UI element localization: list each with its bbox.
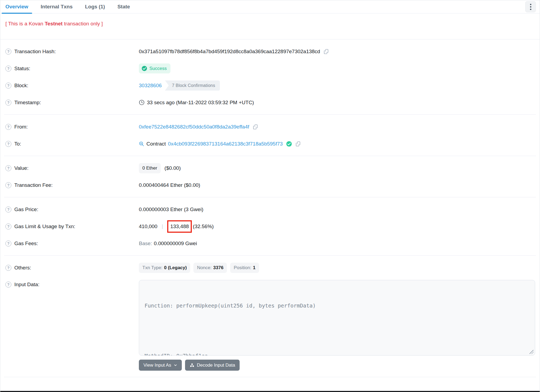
transaction-details-page: Overview Internal Txns Logs (1) State [ …: [0, 0, 540, 392]
row-gas-limit-usage: ? Gas Limit & Usage by Txn: 410,000 | 13…: [4, 218, 536, 235]
row-others: ? Others: Txn Type:0 (Legacy) Nonce:3376…: [4, 259, 536, 276]
group-overview-top: ? Transaction Hash: 0x371a51097fb78df856…: [4, 39, 536, 115]
ether-value-badge: 0 Ether: [139, 163, 161, 173]
copy-to-address-icon[interactable]: [295, 141, 301, 147]
from-address-link[interactable]: 0xfee7522e8482682cf50ddc50a0f8da2a39effa…: [139, 124, 249, 130]
help-icon[interactable]: ?: [5, 124, 11, 130]
row-block: ? Block: 30328606 7 Block Confirmations: [4, 77, 536, 94]
base-fee-label: Base:: [139, 241, 152, 246]
transaction-fee-label: ? Transaction Fee:: [5, 182, 139, 188]
textarea-resize-handle[interactable]: [529, 350, 534, 354]
transaction-hash-label: ? Transaction Hash:: [5, 49, 139, 55]
to-address-link[interactable]: 0x4cb093f226983713164a62138c3f718a5b595f…: [168, 141, 283, 147]
label-text: Gas Price:: [14, 207, 38, 212]
gas-price-label: ? Gas Price:: [5, 207, 139, 212]
copy-from-address-icon[interactable]: [253, 124, 259, 130]
help-icon[interactable]: ?: [5, 83, 11, 89]
decode-input-data-button[interactable]: Decode Input Data: [185, 360, 240, 371]
tab-logs[interactable]: Logs (1): [81, 0, 109, 13]
label-text: Value:: [14, 165, 28, 171]
block-label: ? Block:: [5, 83, 139, 89]
view-input-as-label: View Input As: [143, 363, 171, 368]
label-text: Input Data:: [14, 282, 39, 288]
notice-text-pre: [ This is a Kovan: [5, 21, 45, 26]
help-icon[interactable]: ?: [5, 66, 11, 72]
help-icon[interactable]: ?: [5, 182, 11, 188]
label-text: Transaction Fee:: [14, 182, 53, 188]
window-bottom-edge: [0, 391, 540, 392]
group-addresses: ? From: 0xfee7522e8482682cf50ddc50a0f8da…: [4, 115, 536, 156]
input-line: Function: performUpkeep(uint256 id, byte…: [145, 302, 529, 310]
to-label: ? To:: [5, 141, 139, 147]
tab-state[interactable]: State: [114, 0, 134, 13]
group-value-fee: ? Value: 0 Ether ($0.00) ? Transaction F…: [4, 156, 536, 197]
clock-icon: [139, 100, 145, 105]
tab-overview[interactable]: Overview: [2, 0, 32, 13]
input-line: [145, 327, 529, 335]
input-actions: View Input As Decode Input Data: [139, 360, 535, 371]
from-label: ? From:: [5, 124, 139, 130]
annotation-highlight-box: 133,488: [167, 220, 192, 233]
txn-type-badge: Txn Type:0 (Legacy): [139, 263, 190, 273]
input-data-box[interactable]: Function: performUpkeep(uint256 id, byte…: [139, 280, 535, 356]
gas-separator: |: [162, 224, 163, 229]
decode-input-data-label: Decode Input Data: [197, 363, 235, 368]
block-number-link[interactable]: 30328606: [139, 83, 162, 89]
magnifier-plus-icon[interactable]: [139, 141, 144, 147]
notice-text-post: transaction only ]: [63, 21, 103, 26]
row-from: ? From: 0xfee7522e8482682cf50ddc50a0f8da…: [4, 118, 536, 135]
status-label: ? Status:: [5, 66, 139, 72]
help-icon[interactable]: ?: [5, 224, 11, 229]
label-text: Timestamp:: [14, 100, 41, 106]
decode-icon: [190, 363, 194, 368]
view-input-as-button[interactable]: View Input As: [139, 360, 182, 371]
tab-internal-txns[interactable]: Internal Txns: [37, 0, 76, 13]
label-text: To:: [14, 141, 21, 147]
row-transaction-fee: ? Transaction Fee: 0.000400464 Ether ($0…: [4, 177, 536, 194]
help-icon[interactable]: ?: [5, 207, 11, 212]
row-status: ? Status: Success: [4, 60, 536, 77]
others-label: ? Others:: [5, 265, 139, 271]
base-fee-value: 0.000000009 Gwei: [154, 241, 197, 246]
row-gas-price: ? Gas Price: 0.000000003 Ether (3 Gwei): [4, 201, 536, 218]
input-data-label: ? Input Data:: [5, 280, 139, 288]
chevron-down-icon: [174, 363, 177, 367]
label-text: From:: [14, 124, 28, 130]
row-input-data: ? Input Data: Function: performUpkeep(ui…: [4, 276, 536, 373]
kebab-menu-icon: [530, 4, 531, 10]
help-icon[interactable]: ?: [5, 241, 11, 246]
label-text: Others:: [14, 265, 31, 271]
row-to: ? To: Contract 0x4cb093f226983713164a621…: [4, 135, 536, 152]
testnet-notice: [ This is a Kovan Testnet transaction on…: [0, 13, 540, 39]
transaction-hash-value: 0x371a51097fb78df856f8b4a7bd459f192d8cc8…: [139, 49, 320, 55]
label-text: Transaction Hash:: [14, 49, 56, 55]
gas-limit-label: ? Gas Limit & Usage by Txn:: [5, 224, 139, 229]
row-timestamp: ? Timestamp: 33 secs ago (Mar-11-2022 03…: [4, 94, 536, 111]
help-icon[interactable]: ?: [5, 141, 11, 147]
label-text: Block:: [14, 83, 28, 89]
status-badge: Success: [139, 63, 170, 73]
value-label: ? Value:: [5, 165, 139, 171]
transaction-fee-value: 0.000400464 Ether ($0.00): [139, 182, 200, 188]
help-icon[interactable]: ?: [5, 165, 11, 171]
gas-price-value: 0.000000003 Ether (3 Gwei): [139, 207, 203, 212]
help-icon[interactable]: ?: [5, 282, 11, 288]
row-transaction-hash: ? Transaction Hash: 0x371a51097fb78df856…: [4, 43, 536, 60]
gas-limit-value: 410,000: [139, 224, 157, 229]
row-value: ? Value: 0 Ether ($0.00): [4, 160, 536, 177]
block-confirmations-badge: 7 Block Confirmations: [165, 80, 220, 91]
help-icon[interactable]: ?: [5, 100, 11, 106]
position-badge: Position:1: [230, 263, 259, 273]
label-text: Status:: [14, 66, 30, 72]
more-options-button[interactable]: [525, 1, 536, 12]
row-gas-fees: ? Gas Fees: Base: 0.000000009 Gwei: [4, 235, 536, 252]
check-circle-icon: [142, 66, 147, 71]
help-icon[interactable]: ?: [5, 49, 11, 55]
group-gas: ? Gas Price: 0.000000003 Ether (3 Gwei) …: [4, 197, 536, 256]
label-text: Gas Limit & Usage by Txn:: [14, 224, 75, 229]
copy-hash-icon[interactable]: [323, 49, 329, 55]
gas-fees-label: ? Gas Fees:: [5, 241, 139, 246]
to-contract-prefix: Contract: [146, 141, 166, 147]
help-icon[interactable]: ?: [5, 265, 11, 271]
tab-bar: Overview Internal Txns Logs (1) State: [0, 0, 540, 13]
